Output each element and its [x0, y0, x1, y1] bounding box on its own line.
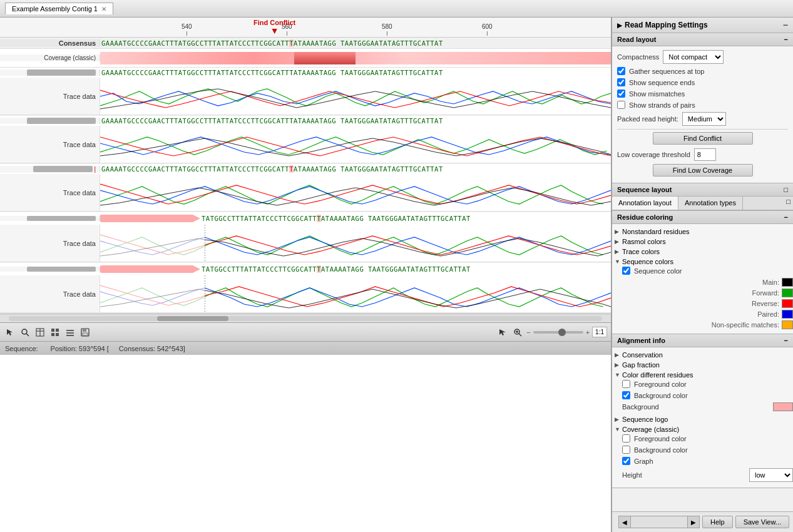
read-layout-collapse[interactable]: −	[784, 36, 788, 43]
seq-layout-collapse[interactable]: □	[784, 197, 793, 210]
coverage-graph-checkbox[interactable]	[622, 457, 630, 465]
trace-canvas-1	[100, 78, 611, 115]
svg-rect-7	[51, 329, 54, 332]
low-coverage-threshold-input[interactable]	[694, 148, 716, 161]
paired-color-label: Paired:	[757, 310, 779, 318]
coverage-fg-checkbox[interactable]	[622, 434, 630, 442]
save-view-button[interactable]: Save View...	[735, 516, 789, 528]
cursor-icon	[6, 328, 14, 337]
save-tool-button[interactable]	[79, 326, 91, 339]
zoom-in-small-icon	[513, 327, 523, 337]
trace-colors-item[interactable]: Trace colors	[612, 247, 793, 257]
coverage-fg-label: Foreground color	[634, 435, 687, 442]
cursor-select-button[interactable]	[496, 326, 509, 339]
background-color-swatch[interactable]	[773, 402, 793, 411]
color-diff-arrow	[615, 372, 622, 378]
nonspecific-color-swatch[interactable]	[782, 320, 793, 329]
zoom-tool-button[interactable]	[19, 326, 31, 339]
scroll-left-button[interactable]: ◀	[618, 516, 631, 528]
show-mismatches-label: Show mismatches	[629, 90, 685, 98]
zoom-in-small-button[interactable]	[511, 326, 524, 339]
coverage-peak	[294, 52, 356, 64]
tab-close-button[interactable]: ✕	[101, 6, 106, 13]
paired-color-swatch[interactable]	[782, 310, 793, 319]
packed-read-height-select[interactable]: Low Medium High	[682, 112, 726, 126]
zoom-minus[interactable]: −	[526, 329, 530, 336]
sequence-logo-item[interactable]: Sequence logo	[612, 414, 793, 424]
show-seq-ends-label: Show sequence ends	[629, 79, 695, 86]
gap-fraction-item[interactable]: Gap fraction	[612, 360, 793, 370]
fg-color-checkbox[interactable]	[622, 380, 630, 388]
sequence-color-subsection: Sequence color Main: Forward: Reverse:	[612, 267, 793, 329]
trace-svg-3	[100, 174, 611, 210]
h-scroll-thumb[interactable]	[157, 316, 228, 321]
main-color-swatch[interactable]	[782, 278, 793, 287]
annotation-types-tab[interactable]: Annotation types	[678, 197, 743, 210]
list-icon	[66, 328, 74, 337]
find-low-coverage-button[interactable]: Find Low Coverage	[653, 164, 753, 176]
color-diff-subsection: Foreground color Background color Backgr…	[612, 380, 793, 411]
nonstandard-residues-item[interactable]: Nonstandard residues	[612, 227, 793, 237]
reverse-color-row: Reverse:	[622, 299, 793, 308]
panel-expand-icon[interactable]: ▶	[617, 22, 622, 29]
alignment-info-collapse[interactable]: −	[784, 337, 788, 344]
main-color-row: Main:	[622, 278, 793, 287]
cursor-tool-button[interactable]	[4, 326, 16, 339]
sequence-layout-header[interactable]: Sequence layout □	[612, 183, 793, 197]
select-icon	[498, 327, 508, 337]
coverage-bg-label: Background color	[634, 446, 688, 454]
coverage-bar	[100, 52, 611, 64]
conservation-item[interactable]: Conservation	[612, 350, 793, 360]
annotation-layout-tab[interactable]: Annotation layout	[612, 197, 678, 210]
alignment-info-header[interactable]: Alignment info −	[612, 334, 793, 347]
trace-svg-5	[100, 275, 611, 312]
gather-sequences-checkbox[interactable]	[617, 67, 625, 75]
table-tool-button[interactable]	[34, 326, 46, 339]
read-layout-header[interactable]: Read layout −	[612, 33, 793, 46]
zoom-slider-thumb[interactable]	[558, 329, 566, 336]
coverage-classic-item[interactable]: Coverage (classic)	[612, 424, 793, 434]
h-scroll-track[interactable]	[9, 316, 602, 321]
reverse-color-swatch[interactable]	[782, 299, 793, 308]
sequence-color-checkbox[interactable]	[622, 267, 630, 275]
height-label: Height	[622, 471, 642, 479]
sequence-layout-expand[interactable]: □	[784, 186, 788, 193]
help-button[interactable]: Help	[702, 516, 733, 528]
sequence-colors-item[interactable]: Sequence colors	[612, 257, 793, 267]
rasmol-colors-item[interactable]: Rasmol colors	[612, 237, 793, 247]
residue-coloring-header[interactable]: Residue coloring −	[612, 211, 793, 224]
gap-fraction-label: Gap fraction	[622, 361, 660, 369]
list-tool-button[interactable]	[64, 326, 76, 339]
compactness-select[interactable]: Not compact Compact Very compact	[663, 50, 724, 64]
coverage-bg-checkbox[interactable]	[622, 446, 630, 454]
height-select[interactable]: low medium high	[749, 468, 793, 482]
show-seq-ends-checkbox[interactable]	[617, 78, 625, 86]
residue-coloring-section: Residue coloring − Nonstandard residues …	[612, 211, 793, 334]
nonspecific-color-label: Non-specific matches:	[712, 321, 779, 329]
main-tab[interactable]: Example Assembly Contig 1 ✕	[5, 3, 113, 14]
zoom-slider-track[interactable]	[533, 331, 583, 334]
h-scrollbar[interactable]	[0, 314, 611, 322]
compactness-label: Compactness	[617, 53, 659, 61]
sequence-layout-section: Sequence layout □ Annotation layout Anno…	[612, 183, 793, 211]
coverage-classic-label: Coverage (classic)	[622, 426, 679, 433]
grid-tool-button[interactable]	[49, 326, 61, 339]
residue-coloring-collapse[interactable]: −	[784, 213, 788, 221]
forward-color-swatch[interactable]	[782, 289, 793, 297]
read-row-5: TATGGCCTTTATTATCCCTTCGGCATTTATAAAATAGG T…	[0, 263, 611, 275]
zoom-fit-button[interactable]: 1:1	[592, 327, 607, 337]
show-strands-checkbox[interactable]	[617, 101, 625, 109]
panel-collapse-button[interactable]: −	[783, 20, 788, 30]
find-conflict-container: Find Conflict	[617, 132, 788, 145]
bg-color-checkbox[interactable]	[622, 391, 630, 399]
trace-label-2: Trace data	[0, 126, 100, 163]
color-diff-label: Color different residues	[622, 371, 693, 379]
trace-canvas-2	[100, 126, 611, 163]
scroll-right-button[interactable]: ▶	[687, 516, 700, 528]
zoom-plus[interactable]: +	[586, 329, 590, 336]
find-conflict-button[interactable]: Find Conflict	[653, 132, 753, 145]
show-mismatches-checkbox[interactable]	[617, 90, 625, 98]
color-diff-residues-item[interactable]: Color different residues	[612, 370, 793, 380]
bg-color-checkbox-row: Background color	[622, 391, 793, 399]
coverage-graph-row: Graph	[622, 457, 793, 465]
